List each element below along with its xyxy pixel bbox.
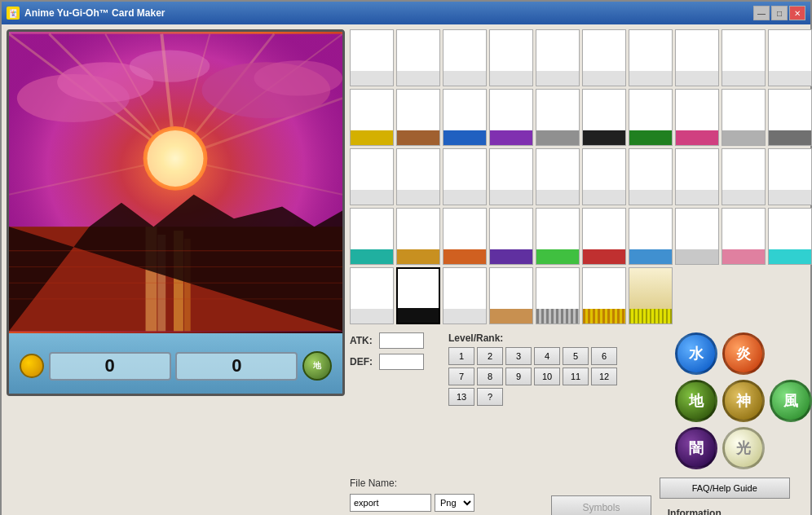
attr-divine-button[interactable]: 神: [722, 380, 765, 422]
level-btn-1[interactable]: 1: [448, 347, 474, 365]
card-stat-def: 0: [175, 352, 298, 381]
card-thumb-r5-4[interactable]: [489, 267, 533, 324]
card-thumb-violet[interactable]: [489, 208, 533, 265]
card-thumb-green[interactable]: [629, 89, 673, 146]
main-window: 🃏 Anime Yu-Gi-Oh™ Card Maker — □ ✕: [0, 0, 812, 515]
attr-wind-button[interactable]: 風: [770, 380, 812, 422]
level-btn-10[interactable]: 10: [534, 368, 560, 385]
card-thumb-r3-9[interactable]: [722, 148, 766, 205]
left-panel: 0 0 地: [7, 29, 345, 515]
attr-dark-button[interactable]: 闇: [675, 427, 717, 469]
file-name-input[interactable]: [350, 494, 431, 512]
level-btn-2[interactable]: 2: [477, 347, 503, 365]
level-btn-question[interactable]: ?: [477, 388, 503, 406]
faq-button[interactable]: FAQ/Help Guide: [660, 478, 790, 499]
level-btn-5[interactable]: 5: [563, 347, 589, 365]
level-btn-7[interactable]: 7: [448, 368, 474, 385]
card-thumb-r5-1[interactable]: [350, 267, 394, 324]
card-thumb-silver[interactable]: [722, 89, 766, 146]
file-name-label: File Name:: [350, 478, 397, 489]
card-thumb-1[interactable]: [350, 29, 394, 86]
card-artwork: [9, 32, 342, 333]
app-icon: 🃏: [7, 7, 20, 20]
card-thumb-r5-5[interactable]: [536, 267, 580, 324]
level-btn-8[interactable]: 8: [477, 368, 503, 385]
card-thumb-4[interactable]: [489, 29, 533, 86]
card-thumb-r5-3[interactable]: [443, 267, 487, 324]
card-thumb-black[interactable]: [582, 89, 626, 146]
card-thumb-r5-6[interactable]: [582, 267, 626, 324]
card-thumb-9[interactable]: [722, 29, 766, 86]
level-btn-6[interactable]: 6: [591, 347, 617, 365]
level-btn-3[interactable]: 3: [505, 347, 532, 365]
card-thumb-purple[interactable]: [489, 89, 533, 146]
card-thumb-2[interactable]: [396, 29, 440, 86]
card-thumb-r3-2[interactable]: [396, 148, 440, 205]
attr-light-button[interactable]: 光: [722, 427, 765, 469]
close-button[interactable]: ✕: [789, 6, 805, 20]
card-type-grid: [350, 29, 812, 324]
card-thumb-red[interactable]: [582, 208, 626, 265]
card-thumb-pink[interactable]: [675, 89, 719, 146]
level-rank-label: Level/Rank:: [448, 332, 617, 344]
info-title: Information: [668, 506, 812, 515]
card-thumb-gold[interactable]: [396, 208, 440, 265]
card-thumb-light-pink[interactable]: [722, 208, 766, 265]
card-thumb-brown[interactable]: [396, 89, 440, 146]
card-thumb-yellow[interactable]: [350, 89, 394, 146]
attributes-section: 水 炎 地 神 風 闇 光: [675, 332, 812, 469]
card-stat-atk: 0: [49, 352, 171, 381]
card-thumb-5[interactable]: [536, 29, 580, 86]
def-input[interactable]: [379, 354, 424, 370]
card-thumb-light-blue[interactable]: [629, 208, 673, 265]
card-bottom-area: 0 0 地: [9, 333, 342, 396]
card-thumb-gray[interactable]: [536, 89, 580, 146]
attr-water-button[interactable]: 水: [675, 332, 717, 375]
maximize-button[interactable]: □: [771, 6, 788, 20]
svg-point-15: [254, 60, 342, 95]
card-thumb-r3-1[interactable]: [350, 148, 394, 205]
card-thumb-cyan[interactable]: [768, 208, 812, 265]
card-thumb-darkgray[interactable]: [768, 89, 812, 146]
card-orb-right: 地: [302, 351, 332, 381]
card-row-1: [350, 89, 812, 146]
card-thumb-r3-4[interactable]: [489, 148, 533, 205]
symbols-button[interactable]: Symbols: [551, 495, 651, 515]
level-btn-13[interactable]: 13: [448, 388, 474, 406]
card-thumb-teal[interactable]: [350, 208, 394, 265]
card-row-4: [350, 267, 812, 324]
card-thumb-r3-5[interactable]: [536, 148, 580, 205]
window-title: Anime Yu-Gi-Oh™ Card Maker: [24, 7, 753, 19]
card-thumb-blue[interactable]: [443, 89, 487, 146]
atk-input[interactable]: [379, 332, 424, 349]
level-buttons-container: 1 2 3 4 5 6 7 8 9 10 11: [448, 347, 617, 406]
minimize-button[interactable]: —: [753, 6, 770, 20]
level-btn-9[interactable]: 9: [505, 368, 532, 385]
atk-label: ATK:: [350, 335, 374, 346]
main-content: 0 0 地: [2, 24, 810, 515]
card-thumb-r3-8[interactable]: [675, 148, 719, 205]
card-thumb-10[interactable]: [768, 29, 812, 86]
card-thumb-7[interactable]: [629, 29, 673, 86]
card-thumb-r3-6[interactable]: [582, 148, 626, 205]
format-select[interactable]: Png Jpg Bmp: [435, 494, 474, 512]
card-thumb-orange[interactable]: [443, 208, 487, 265]
card-thumb-8[interactable]: [675, 29, 719, 86]
card-thumb-light-silver[interactable]: [675, 208, 719, 265]
level-row-3: 13 ?: [448, 388, 617, 406]
card-thumb-r3-7[interactable]: [629, 148, 673, 205]
card-thumb-light-green[interactable]: [536, 208, 580, 265]
card-thumb-r3-3[interactable]: [443, 148, 487, 205]
card-thumb-3[interactable]: [443, 29, 487, 86]
attr-earth-button[interactable]: 地: [675, 380, 717, 422]
information-section: Information © Dominik Hauerstein 2013 We…: [668, 506, 812, 515]
card-orb-left: [20, 354, 44, 378]
card-thumb-r5-2[interactable]: [396, 267, 440, 324]
attr-fire-button[interactable]: 炎: [722, 332, 765, 375]
level-btn-11[interactable]: 11: [563, 368, 589, 385]
card-thumb-6[interactable]: [582, 29, 626, 86]
level-btn-12[interactable]: 12: [591, 368, 617, 385]
card-thumb-r5-7[interactable]: [629, 267, 673, 324]
level-btn-4[interactable]: 4: [534, 347, 560, 365]
card-thumb-r3-10[interactable]: [768, 148, 812, 205]
